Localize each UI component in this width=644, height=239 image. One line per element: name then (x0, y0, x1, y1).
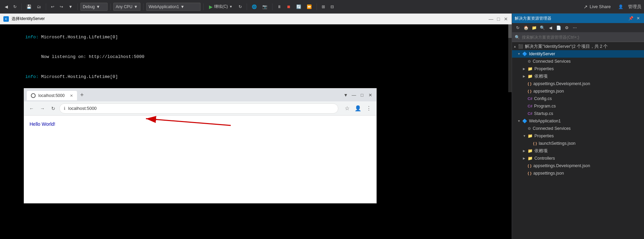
tab-url-label: localhost:5000 (38, 93, 64, 98)
refresh-btn[interactable]: ↻ (11, 2, 19, 12)
tab-close-btn[interactable]: ✕ (70, 94, 73, 98)
tree-appsettings-1[interactable]: { } appsettings.json (512, 87, 644, 95)
undo-arrow-btn[interactable]: ▼ (67, 2, 75, 12)
identity-label: IdentityServer (529, 52, 643, 56)
reload-btn[interactable]: ↻ (236, 2, 244, 12)
sep4 (110, 3, 111, 10)
solution-explorer-title: 解决方案资源管理器 (515, 16, 551, 21)
nav-back-btn[interactable]: ← (27, 104, 36, 113)
new-sol-btn[interactable]: 📄 (555, 24, 562, 32)
tree-appsettings-dev-1[interactable]: { } appsettings.Development.json (512, 80, 644, 87)
minimize-btn[interactable]: — (489, 17, 493, 21)
console-titlebar: C 选择IdentityServer — □ ✕ (0, 14, 512, 24)
tree-config-cs[interactable]: C# Config.cs (512, 95, 644, 102)
connected-label-2: Connected Services (533, 126, 643, 131)
browser-titlebar: localhost:5000 ✕ + ▼ — □ ✕ (24, 88, 376, 101)
tree-properties-2[interactable]: ▼ 📁 Properties (512, 132, 644, 140)
forward-btn[interactable]: ⏩ (305, 2, 314, 12)
tree-project-identity[interactable]: ▼ 🔷 IdentityServer (512, 50, 644, 58)
run-label: 继续(C) (214, 4, 228, 9)
window-controls: — □ ✕ (489, 17, 508, 21)
cs2-arrow (523, 127, 526, 130)
filter-btn[interactable]: 🔍 (538, 24, 546, 32)
browser-minimize-btn[interactable]: — (351, 92, 357, 98)
props-btn[interactable]: 🏠 (522, 24, 530, 32)
browser-tab[interactable]: localhost:5000 ✕ (27, 91, 77, 100)
pin-btn[interactable]: 📌 (628, 15, 634, 21)
browser-action-btns: ☆ 👤 ⋮ (342, 104, 374, 113)
pause-btn[interactable]: ⏸ (275, 2, 283, 12)
console-title-icon: C (3, 16, 9, 22)
redo-btn[interactable]: ↪ (58, 2, 65, 12)
save-all-btn[interactable]: 🗂 (35, 2, 43, 12)
more-btn[interactable]: ⋯ (571, 24, 579, 32)
solution-header-buttons: 📌 ✕ (628, 15, 641, 21)
tree-solution-root[interactable]: ▲ ⬛ 解决方案"IdentityServer"(2 个项目，共 2 个 (512, 43, 644, 50)
tree-startup-cs[interactable]: C# Startup.cs (512, 110, 644, 117)
browser-btn[interactable]: 🌐 (250, 2, 259, 12)
close-panel-btn[interactable]: ✕ (635, 15, 641, 21)
cs-icon-startup: C# (528, 112, 532, 116)
restart-btn[interactable]: 🔄 (294, 2, 303, 12)
appsettings-dev-label-2: appsettings.Development.json (533, 163, 643, 168)
console-line-1: info: Microsoft.Hosting.Lifetime[0] (4, 27, 508, 47)
dropdown-profile-btn[interactable]: ▼ (342, 92, 349, 98)
debug-config-dropdown[interactable]: Debug ▼ (80, 3, 108, 11)
sep8 (272, 3, 272, 10)
maximize-btn[interactable]: □ (496, 17, 501, 21)
webapp-label: WebApplication1 (529, 119, 643, 123)
undo-btn[interactable]: ↩ (49, 2, 56, 12)
address-bar[interactable]: ℹ localhost:5000 (59, 103, 338, 114)
save-btn[interactable]: 💾 (24, 2, 34, 12)
stop-btn[interactable]: ⏹ (285, 2, 293, 12)
run-arrow: ▼ (229, 5, 233, 8)
folder-icon-props2: 📁 (528, 134, 533, 138)
tree-program-cs[interactable]: C# Program.cs (512, 102, 644, 110)
settings-btn[interactable]: ⚙ (563, 24, 570, 32)
nav-forward-btn[interactable]: → (38, 104, 47, 113)
tree-appsettings-dev-2[interactable]: { } appsettings.Development.json (512, 162, 644, 170)
tree-connected-services-1[interactable]: ⚙ Connected Services (512, 58, 644, 65)
search-input[interactable] (522, 35, 641, 40)
show-files-btn[interactable]: 📁 (530, 24, 538, 32)
layout-btn1[interactable]: ⊞ (320, 2, 327, 12)
tree-deps-1[interactable]: ▶ 📁 依赖项 (512, 73, 644, 80)
close-btn[interactable]: ✕ (504, 17, 508, 21)
screenshot-btn[interactable]: 📷 (260, 2, 269, 12)
connected-label-1: Connected Services (533, 59, 643, 64)
tree-properties-1[interactable]: ▶ 📁 Properties (512, 65, 644, 73)
webapp-project-icon: 🔷 (522, 119, 527, 123)
layout-btn2[interactable]: ⊟ (328, 2, 336, 12)
cpu-dropdown[interactable]: Any CPU ▼ (113, 3, 140, 11)
collapse-btn[interactable]: ◀ (547, 24, 554, 32)
bookmark-btn[interactable]: ☆ (342, 104, 352, 113)
tree-connected-services-2[interactable]: ⚙ Connected Services (512, 125, 644, 132)
program-arrow (523, 104, 526, 108)
profile-btn[interactable]: 👤 (353, 104, 363, 113)
new-tab-btn[interactable]: + (77, 90, 87, 100)
cs-icon-program: C# (528, 104, 532, 108)
sep7 (247, 3, 247, 10)
live-share-button[interactable]: ↗ Live Share (581, 2, 613, 12)
tree-launchsettings[interactable]: { } launchSettings.json (512, 140, 644, 147)
run-button[interactable]: ▶ 继续(C) ▼ (206, 3, 235, 11)
properties-label-1: Properties (534, 66, 643, 71)
browser-close-btn[interactable]: ✕ (367, 92, 374, 98)
sync-btn[interactable]: ↻ (514, 24, 522, 32)
nav-reload-btn[interactable]: ↻ (49, 104, 58, 113)
toolbar-right: ↗ Live Share 👤 管理员 (581, 2, 641, 12)
back-btn[interactable]: ◀ (3, 2, 10, 12)
menu-btn[interactable]: ⋮ (364, 104, 374, 113)
browser-maximize-btn[interactable]: □ (359, 92, 365, 98)
browser-nav: ← → ↻ ℹ localhost:5000 ☆ 👤 ⋮ (24, 101, 376, 116)
project-dropdown[interactable]: WebApplication1 ▼ (146, 3, 201, 11)
project-label: WebApplication1 (149, 4, 179, 9)
tree-appsettings-2[interactable]: { } appsettings.json (512, 170, 644, 177)
tree-controllers[interactable]: ▶ 📁 Controllers (512, 155, 644, 162)
sep3 (77, 3, 78, 10)
tree-deps-2[interactable]: ▶ 📁 依赖项 (512, 147, 644, 155)
tree-project-webapp[interactable]: ▼ 🔷 WebApplication1 (512, 117, 644, 125)
solution-explorer-panel: 解决方案资源管理器 📌 ✕ ↻ 🏠 📁 🔍 ◀ 📄 ⚙ ⋯ 🔍 (512, 14, 644, 239)
user-icon-btn[interactable]: 👤 (616, 2, 625, 12)
console-scrollbar[interactable] (508, 24, 512, 92)
